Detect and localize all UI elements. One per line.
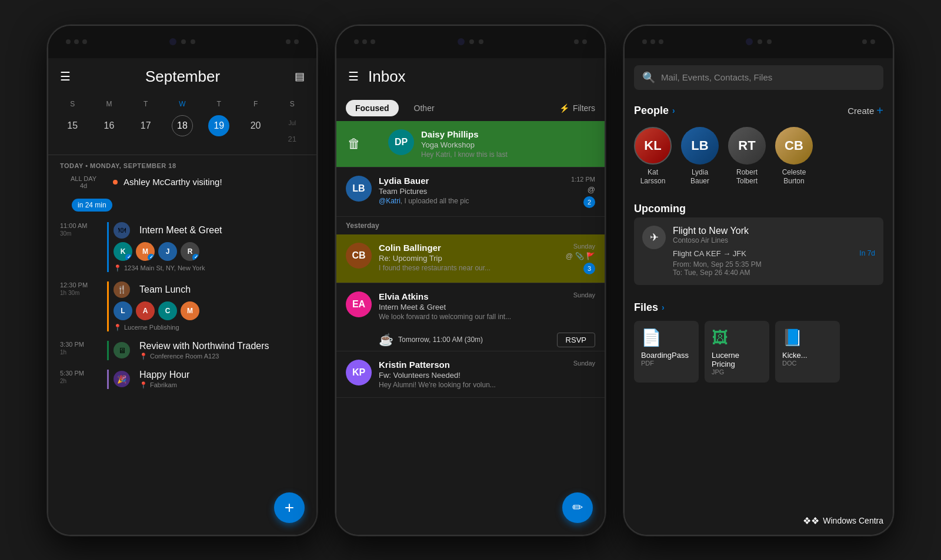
event-northwind[interactable]: 3:30 PM 1h 🖥 Review with Northwind Trade… (48, 336, 316, 365)
phone3-content: 🔍 Mail, Events, Contacts, Files People ›… (625, 58, 893, 535)
avatar-robert: RT (728, 127, 766, 165)
speaker-dot (181, 39, 186, 44)
dot6 (354, 39, 359, 44)
event-team-lunch[interactable]: 12:30 PM 1h 30m 🍴 Team Lunch L A C M (48, 277, 316, 336)
event3-details: 🖥 Review with Northwind Traders 📍 Confer… (107, 341, 305, 360)
dot14 (862, 39, 867, 44)
email-elvia[interactable]: EA Elvia Atkins Intern Meet & Greet We l… (336, 283, 605, 329)
phone1-dots-left (66, 39, 87, 44)
flag-icon-colin: 🚩 (586, 252, 595, 260)
email-lydia[interactable]: LB Lydia Bauer Team Pictures @Katri, I u… (336, 167, 605, 217)
email-colin-meta: Sunday @ 📎 🚩 3 (566, 243, 595, 274)
event-happy-hour[interactable]: 5:30 PM 2h 🎉 Happy Hour 📍 Fabrikam (48, 365, 316, 394)
event3-icon: 🖥 (114, 342, 130, 358)
search-bar[interactable]: 🔍 Mail, Events, Contacts, Files (634, 65, 883, 90)
person-robert[interactable]: RT RobertTolbert (728, 127, 766, 186)
inbox-fab[interactable]: ✏ (562, 492, 593, 523)
subject-lydia: Team Pictures (379, 187, 564, 196)
files-section: Files › 📄 BoardingPass PDF 🖼 Lucerne Pri… (625, 294, 893, 387)
calendar-grid-icon[interactable]: ▤ (295, 70, 305, 83)
create-button[interactable]: Create + (847, 104, 883, 118)
upcoming-badge: in 24 min (72, 199, 112, 212)
date-18[interactable]: 18 (172, 115, 193, 136)
date-21[interactable]: 21 (282, 129, 303, 150)
tab-focused[interactable]: Focused (346, 100, 399, 116)
rsvp-button[interactable]: RSVP (557, 333, 595, 347)
name-celeste: CelesteBurton (782, 168, 806, 186)
dot11 (642, 39, 647, 44)
dot10 (582, 39, 587, 44)
location-icon3: 📍 (139, 353, 148, 360)
attach-icon-colin: 📎 (575, 252, 584, 260)
file-kicke[interactable]: 📘 Kicke... DOC (775, 321, 840, 383)
allday-event[interactable]: ALL DAY 4d Ashley McCarthy visiting! (48, 172, 316, 193)
upcoming-title: Upcoming (634, 203, 686, 215)
date-20[interactable]: 20 (245, 115, 266, 136)
dot12 (650, 39, 655, 44)
phone2-dots-left (354, 39, 375, 44)
flight-card[interactable]: ✈ Flight to New York Contoso Air Lines F… (634, 217, 883, 285)
phone1-top-bar (48, 26, 316, 58)
search-icon: 🔍 (642, 71, 655, 84)
email-elvia-container: EA Elvia Atkins Intern Meet & Greet We l… (336, 283, 605, 351)
create-plus-icon: + (876, 104, 883, 118)
sensor-dot2 (479, 39, 483, 44)
person-celeste[interactable]: CB CelesteBurton (775, 127, 813, 186)
file-name-lucerne: Lucerne Pricing (712, 351, 762, 368)
email-colin[interactable]: CB Colin Ballinger Re: Upcoming Trip I f… (336, 234, 605, 283)
people-title[interactable]: People › (634, 105, 675, 117)
wc-logo-icon: ❖❖ (803, 515, 819, 527)
flight-title: Flight to New York (673, 226, 875, 236)
date-16[interactable]: 16 (98, 115, 119, 136)
allday-duration: 4d (80, 182, 87, 189)
avatar3: J (158, 242, 177, 261)
allday-label: ALL DAY (71, 175, 96, 182)
date-19-selected[interactable]: 19 (208, 115, 229, 136)
hamburger-icon[interactable]: ☰ (60, 69, 71, 83)
event1-location: 📍 1234 Main St, NY, New York (114, 264, 305, 272)
preview-elvia: We look forward to welcoming our fall in… (379, 313, 566, 321)
bolt-icon: ⚡ (559, 103, 569, 113)
person-lydia[interactable]: LB LydiaBauer (681, 127, 719, 186)
inbox-tabs: Focused Other ⚡ Filters (336, 95, 605, 121)
filters-label: Filters (573, 103, 595, 113)
files-title[interactable]: Files › (634, 301, 665, 314)
day-w: W (164, 98, 201, 110)
event1-time-col: 11:00 AM 30m (60, 222, 107, 237)
avatar2: M ✓ (136, 242, 155, 261)
filters-button[interactable]: ⚡ Filters (559, 103, 595, 113)
inbox-title: Inbox (368, 68, 406, 86)
event2-time-col: 12:30 PM 1h 30m (60, 281, 107, 296)
file-boardingpass[interactable]: 📄 BoardingPass PDF (634, 321, 699, 383)
day-m: M (91, 98, 127, 110)
file-type-kicke: DOC (782, 360, 833, 367)
event2-icon: 🍴 (114, 281, 130, 298)
calendar-divider (48, 155, 316, 155)
sensor-dot (191, 39, 195, 44)
tab-other[interactable]: Other (405, 100, 444, 116)
date-17[interactable]: 17 (135, 115, 156, 136)
event3-location: 📍 Conference Room A123 (139, 353, 269, 360)
avatar-celeste: CB (775, 127, 813, 165)
calendar-fab[interactable]: + (274, 492, 305, 523)
subject-daisy: Yoga Workshop (421, 140, 595, 149)
day-s2: S (274, 98, 311, 110)
email-kristin[interactable]: KP Kristin Patterson Fw: Volunteers Need… (336, 351, 605, 398)
files-header: Files › (625, 294, 893, 316)
upcoming-header: Upcoming (625, 196, 893, 217)
event-intern-meet[interactable]: 11:00 AM 30m 🍽 Intern Meet & Greet K (48, 217, 316, 277)
wc-text: Windows Centra (823, 516, 883, 525)
allday-title: Ashley McCarthy visiting! (124, 177, 222, 187)
sender-kristin: Kristin Patterson (379, 360, 566, 370)
dot13 (659, 39, 663, 44)
inbox-hamburger-icon[interactable]: ☰ (348, 69, 359, 83)
event3-time: 3:30 PM (60, 341, 107, 348)
date-15[interactable]: 15 (62, 115, 83, 136)
file-type-lucerne: JPG (712, 368, 762, 375)
email-daisy[interactable]: 🗑 DP Daisy Phillips Yoga Workshop Hey Ka… (336, 121, 605, 167)
location-icon1: 📍 (114, 264, 122, 272)
person-kat[interactable]: KL KatLarsson (634, 127, 672, 186)
search-placeholder: Mail, Events, Contacts, Files (661, 72, 772, 82)
file-lucerne[interactable]: 🖼 Lucerne Pricing JPG (705, 321, 769, 383)
flight-route-row: Flight CA KEF → JFK In 7d (673, 249, 875, 258)
